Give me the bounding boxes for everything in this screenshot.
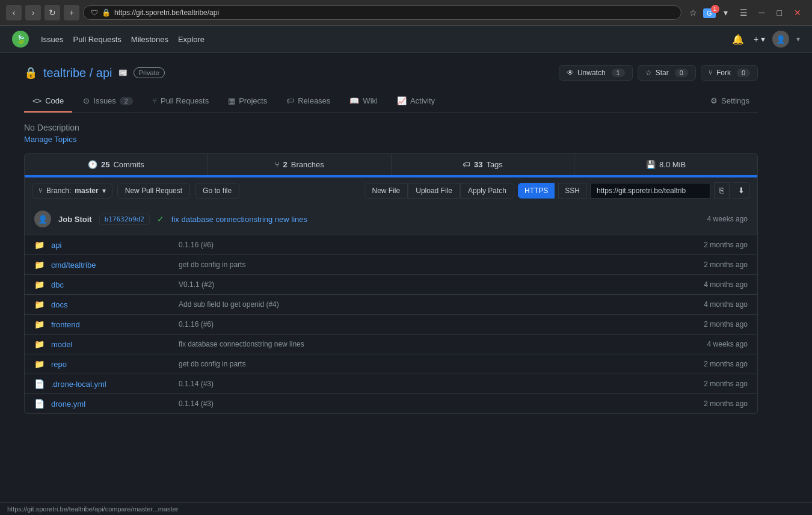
rss-icon[interactable]: 📰	[118, 69, 128, 77]
menu-button[interactable]: ☰	[736, 5, 752, 20]
tags-label: Tags	[486, 160, 502, 169]
tags-stat[interactable]: 🏷 33 Tags	[392, 154, 575, 175]
commits-icon: 🕐	[88, 160, 97, 169]
new-pull-request-button[interactable]: New Pull Request	[117, 183, 190, 199]
new-item-button[interactable]: + ▾	[754, 34, 765, 44]
app-nav: Issues Pull Requests Milestones Explore	[41, 32, 718, 46]
branches-stat[interactable]: ⑂ 2 Branches	[208, 154, 392, 175]
code-icon: <>	[32, 96, 42, 105]
commits-stat[interactable]: 🕐 25 Commits	[25, 154, 208, 175]
go-to-file-button[interactable]: Go to file	[195, 183, 239, 199]
minimize-button[interactable]: ─	[754, 5, 770, 20]
private-badge: Private	[134, 67, 165, 78]
clone-copy-button[interactable]: ⎘	[714, 182, 730, 199]
table-row: 📁dbcV0.1.1 (#2)4 months ago	[25, 275, 757, 295]
tab-pull-requests[interactable]: ⑂ Pull Requests	[144, 90, 217, 113]
file-name[interactable]: api	[51, 241, 171, 250]
reload-button[interactable]: ↻	[45, 5, 60, 20]
extensions-button[interactable]: ▾	[718, 5, 734, 20]
nav-pull-requests[interactable]: Pull Requests	[73, 32, 121, 46]
commit-time: 4 weeks ago	[707, 215, 748, 223]
app-logo[interactable]: 🍃	[12, 31, 29, 48]
repo-name-link[interactable]: api	[96, 66, 112, 79]
browser-actions: ☆ G 1 ▾ ☰ ─ □ ✕	[685, 5, 806, 20]
file-name[interactable]: model	[51, 340, 171, 349]
file-time: 4 months ago	[675, 280, 748, 289]
nav-explore[interactable]: Explore	[178, 32, 205, 46]
tab-issues[interactable]: ⊙ Issues 2	[75, 90, 141, 113]
file-name[interactable]: drone.yml	[51, 399, 171, 409]
file-time: 2 months ago	[675, 380, 748, 388]
commit-author-avatar[interactable]: 👤	[34, 211, 51, 227]
tab-settings[interactable]: ⚙ Settings	[702, 90, 758, 113]
branch-icon: ⑂	[38, 187, 43, 195]
https-button[interactable]: HTTPS	[518, 183, 555, 199]
star-button[interactable]: ☆ Star 0	[638, 65, 696, 81]
fork-button[interactable]: ⑂ Fork 0	[701, 65, 758, 81]
file-commit-message: V0.1.1 (#2)	[179, 280, 668, 289]
size-value: 8.0 MiB	[659, 160, 686, 169]
projects-icon: ▦	[228, 96, 235, 105]
pr-icon: ⑂	[152, 96, 157, 105]
manage-topics-link[interactable]: Manage Topics	[24, 135, 758, 144]
size-icon: 💾	[646, 160, 656, 169]
copy-icon: ⎘	[719, 186, 724, 195]
user-avatar[interactable]: 👤	[772, 31, 789, 48]
file-name[interactable]: .drone-local.yml	[51, 380, 171, 389]
file-commit-message: get db config in parts	[179, 360, 668, 368]
new-file-button[interactable]: New File	[364, 183, 408, 199]
back-button[interactable]: ‹	[6, 5, 22, 20]
address-bar[interactable]: 🛡 🔒 https://git.sporetri.be/tealtribe/ap…	[83, 5, 681, 20]
releases-icon: 🏷	[286, 96, 294, 105]
file-time: 4 weeks ago	[675, 340, 748, 348]
file-commit-message: 0.1.16 (#6)	[179, 320, 668, 328]
ssh-button[interactable]: SSH	[558, 183, 586, 199]
upload-file-button[interactable]: Upload File	[408, 183, 460, 199]
file-name[interactable]: docs	[51, 300, 171, 309]
extension-btn[interactable]: G 1	[703, 8, 716, 17]
notifications-button[interactable]: 🔔	[730, 31, 746, 48]
maximize-button[interactable]: □	[772, 5, 787, 20]
tab-code[interactable]: <> Code	[24, 90, 72, 113]
tab-activity[interactable]: 📈 Activity	[389, 90, 443, 113]
table-row: 📁modelfix database connectionstring new …	[25, 335, 757, 354]
file-commit-message: get db config in parts	[179, 261, 668, 269]
tab-wiki[interactable]: 📖 Wiki	[341, 90, 386, 113]
user-dropdown-icon[interactable]: ▾	[796, 35, 800, 43]
repo-owner-link[interactable]: tealtribe	[43, 66, 86, 79]
nav-issues[interactable]: Issues	[41, 32, 64, 46]
tab-projects[interactable]: ▦ Projects	[220, 90, 275, 113]
file-name[interactable]: frontend	[51, 320, 171, 329]
table-row: 📁api0.1.16 (#6)2 months ago	[25, 235, 757, 255]
branches-label: Branches	[291, 160, 324, 169]
file-commit-message: Add sub field to get openid (#4)	[179, 300, 668, 309]
commit-author-name[interactable]: Job Stoit	[58, 215, 92, 224]
file-name[interactable]: cmd/tealtribe	[51, 261, 171, 270]
file-commit-message: fix database connectionstring new lines	[179, 340, 668, 348]
file-toolbar: ⑂ Branch: master ▾ New Pull Request Go t…	[24, 177, 758, 203]
new-tab-button[interactable]: +	[64, 5, 79, 20]
star-count: 0	[675, 69, 688, 77]
commits-label: Commits	[113, 160, 144, 169]
nav-milestones[interactable]: Milestones	[131, 32, 168, 46]
apply-patch-button[interactable]: Apply Patch	[460, 183, 514, 199]
clone-download-button[interactable]: ⬇	[733, 182, 750, 199]
commit-message-link[interactable]: fix database connectionstring new lines	[171, 215, 307, 224]
tags-icon: 🏷	[463, 160, 470, 169]
forward-button[interactable]: ›	[25, 5, 41, 20]
branches-count: 2	[283, 160, 288, 169]
file-name[interactable]: dbc	[51, 280, 171, 289]
commit-hash[interactable]: b17632b9d2	[99, 214, 150, 225]
fork-count: 0	[737, 69, 750, 77]
bookmark-button[interactable]: ☆	[685, 5, 701, 20]
branch-selector[interactable]: ⑂ Branch: master ▾	[32, 183, 112, 199]
issues-badge: 2	[120, 97, 133, 105]
clone-url-input[interactable]	[590, 183, 710, 199]
file-name[interactable]: repo	[51, 360, 171, 369]
watch-count: 1	[612, 69, 625, 77]
file-actions-group: New File Upload File Apply Patch	[364, 183, 514, 199]
tab-releases[interactable]: 🏷 Releases	[278, 90, 339, 113]
watch-button[interactable]: 👁 Unwatch 1	[559, 65, 633, 81]
close-button[interactable]: ✕	[789, 5, 806, 20]
file-commit-message: 0.1.14 (#3)	[179, 380, 668, 388]
